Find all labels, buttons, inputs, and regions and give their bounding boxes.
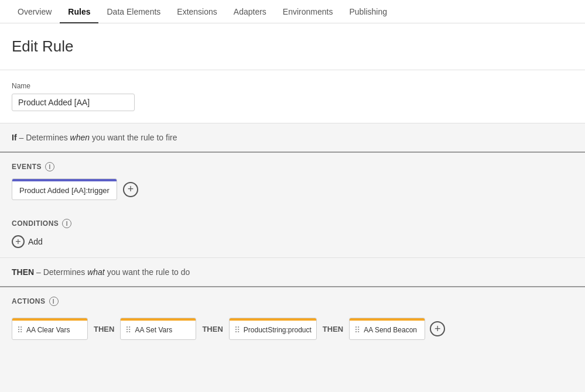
page-title: Edit Rule: [12, 37, 573, 56]
tab-overview[interactable]: Overview: [9, 0, 60, 23]
then-connector-2: THEN: [196, 325, 228, 333]
tab-publishing[interactable]: Publishing: [341, 0, 395, 23]
name-input[interactable]: [12, 94, 135, 111]
actions-label: ACTIONS: [12, 297, 46, 305]
then-keyword: THEN: [12, 267, 34, 277]
event-card-wrapper: Product Added [AA]:trigger +: [12, 178, 573, 200]
event-card-label: Product Added [AA]:trigger: [12, 181, 117, 200]
action-card-2-body: ⠿ ProductString:product: [230, 321, 316, 339]
nav-bar: Overview Rules Data Elements Extensions …: [0, 0, 585, 23]
conditions-panel: CONDITIONS i + Add: [0, 209, 585, 257]
then-connector-1: THEN: [88, 325, 120, 333]
if-header: If – Determines when you want the rule t…: [0, 123, 585, 153]
events-title-row: EVENTS i: [12, 162, 573, 171]
drag-handle-3: ⠿: [354, 325, 360, 335]
action-card-0-body: ⠿ AA Clear Vars: [12, 321, 87, 339]
action-card-3[interactable]: ⠿ AA Send Beacon: [349, 318, 425, 340]
add-condition-button[interactable]: + Add: [12, 235, 573, 248]
conditions-info-icon[interactable]: i: [62, 219, 71, 228]
add-condition-icon: +: [12, 235, 25, 248]
action-card-1-body: ⠿ AA Set Vars: [121, 321, 196, 339]
action-card-2[interactable]: ⠿ ProductString:product: [229, 318, 317, 340]
action-card-3-label: AA Send Beacon: [364, 326, 417, 334]
then-dash: – Determines: [34, 267, 87, 277]
action-card-3-body: ⠿ AA Send Beacon: [350, 321, 425, 339]
then-rest: you want the rule to do: [105, 267, 190, 277]
tab-data-elements[interactable]: Data Elements: [98, 0, 169, 23]
main-content: Edit Rule Name If – Determines when you …: [0, 23, 585, 392]
tab-environments[interactable]: Environments: [275, 0, 341, 23]
action-card-0[interactable]: ⠿ AA Clear Vars: [12, 318, 88, 340]
then-text: THEN – Determines what you want the rule…: [12, 267, 190, 277]
events-info-icon[interactable]: i: [45, 162, 54, 171]
tab-extensions[interactable]: Extensions: [169, 0, 225, 23]
drag-handle-2: ⠿: [234, 325, 240, 335]
add-event-button[interactable]: +: [123, 182, 138, 197]
event-card[interactable]: Product Added [AA]:trigger: [12, 178, 117, 200]
page-header: Edit Rule: [0, 23, 585, 70]
drag-handle-1: ⠿: [125, 325, 131, 335]
action-card-1[interactable]: ⠿ AA Set Vars: [120, 318, 196, 340]
events-panel: EVENTS i Product Added [AA]:trigger +: [0, 153, 585, 209]
name-section: Name: [0, 70, 585, 123]
actions-info-icon[interactable]: i: [49, 297, 59, 306]
name-label: Name: [12, 82, 573, 90]
conditions-title-row: CONDITIONS i: [12, 219, 573, 228]
action-card-1-label: AA Set Vars: [135, 326, 172, 334]
tab-adapters[interactable]: Adapters: [225, 0, 275, 23]
then-connector-3: THEN: [317, 325, 349, 333]
then-what: what: [87, 267, 105, 277]
if-keyword: If: [12, 133, 17, 142]
tab-rules[interactable]: Rules: [60, 0, 98, 23]
then-header: THEN – Determines what you want the rule…: [0, 258, 585, 287]
actions-title-row: ACTIONS i: [12, 297, 573, 306]
events-label: EVENTS: [12, 163, 42, 171]
action-card-0-label: AA Clear Vars: [26, 326, 70, 334]
actions-panel: ACTIONS i ⠿ AA Clear Vars THEN ⠿ AA Set …: [0, 287, 585, 354]
if-text: If – Determines when you want the rule t…: [12, 133, 177, 142]
if-rest: you want the rule to fire: [90, 133, 177, 142]
add-condition-label: Add: [28, 237, 43, 246]
actions-row: ⠿ AA Clear Vars THEN ⠿ AA Set Vars THEN …: [12, 313, 573, 345]
if-when: when: [70, 133, 90, 142]
conditions-label: CONDITIONS: [12, 219, 59, 228]
if-dash: – Determines: [17, 133, 70, 142]
action-card-2-label: ProductString:product: [244, 326, 312, 334]
drag-handle-0: ⠿: [17, 325, 23, 335]
add-action-button[interactable]: +: [430, 321, 445, 336]
